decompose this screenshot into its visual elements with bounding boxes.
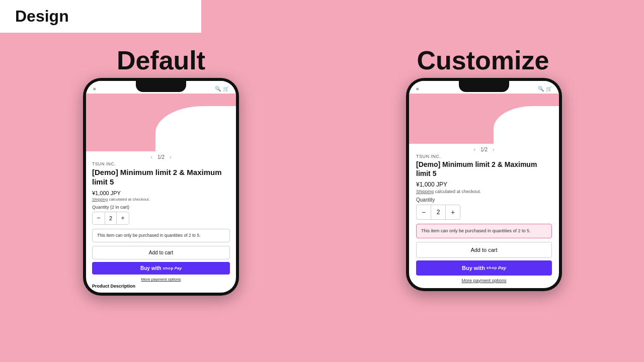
quantity-control-left: − 2 + xyxy=(92,212,129,225)
notch-right xyxy=(459,81,509,92)
pay-text-right: Pay xyxy=(498,265,506,270)
more-payment-right[interactable]: More payment options xyxy=(416,278,552,283)
add-to-cart-right[interactable]: Add to cart xyxy=(416,242,552,258)
quantity-control-right: − 2 + xyxy=(416,205,460,220)
phone-customize-screen: ≡ 🔍 🛒 ‹ 1/2 › TSUN INC. [Demo] Minimum l… xyxy=(409,81,559,288)
shop-pay-text-left: shop xyxy=(163,266,174,270)
add-to-cart-left[interactable]: Add to cart xyxy=(92,246,230,259)
product-title-left: [Demo] Minimum limit 2 & Maximum limit 5 xyxy=(92,168,230,187)
qty-decrease-left[interactable]: − xyxy=(93,212,105,224)
buy-with-shop-left[interactable]: Buy with shop Pay xyxy=(92,262,230,275)
qty-increase-left[interactable]: + xyxy=(117,212,129,224)
pagination-left: ‹ 1/2 › xyxy=(86,151,236,161)
shipping-right: Shipping calculated at checkout. xyxy=(416,189,552,194)
qty-value-right: 2 xyxy=(431,205,446,219)
quantity-label-left: Quantity (2 in cart) xyxy=(92,205,230,210)
shop-pay-badge-right: shop Pay xyxy=(487,265,506,270)
top-icons-left: ≡ xyxy=(93,85,96,92)
cart-icon-right: 🛒 xyxy=(546,86,552,92)
pag-prev-right[interactable]: ‹ xyxy=(473,146,475,152)
qty-increase-right[interactable]: + xyxy=(446,205,460,219)
product-image-shape-left xyxy=(155,106,236,151)
top-icons-left-right: ≡ xyxy=(416,85,419,92)
product-image-shape-right xyxy=(494,106,559,144)
shipping-link-right[interactable]: Shipping xyxy=(416,189,434,194)
top-icons-right: 🔍 🛒 xyxy=(215,85,229,92)
product-desc-left: Product Description xyxy=(92,284,230,289)
pag-indicator-left: 1/2 xyxy=(157,154,165,160)
product-price-right: ¥1,000 JPY xyxy=(416,181,552,188)
buy-with-text-left: Buy with xyxy=(140,265,162,271)
product-image-right xyxy=(409,94,559,144)
header: Design xyxy=(0,0,201,33)
pag-prev-left[interactable]: ‹ xyxy=(150,154,152,160)
top-icons-right-right: 🔍 🛒 xyxy=(538,85,552,92)
buy-with-shop-right[interactable]: Buy with shop Pay xyxy=(416,260,552,276)
qty-decrease-right[interactable]: − xyxy=(417,205,431,219)
shipping-left: Shipping calculated at checkout. xyxy=(92,197,230,202)
product-content-right: TSUN INC. [Demo] Minimum limit 2 & Maxim… xyxy=(409,154,559,288)
phone-top-bar-right: ≡ 🔍 🛒 xyxy=(409,81,559,94)
shop-pay-text-right: shop xyxy=(487,265,497,270)
shop-pay-badge-left: shop Pay xyxy=(163,266,182,270)
product-title-right: [Demo] Minimum limit 2 & Maximum limit 5 xyxy=(416,160,552,178)
cart-icon-left: 🛒 xyxy=(223,86,229,92)
pay-text-left: Pay xyxy=(175,266,182,270)
phone-default: ≡ 🔍 🛒 ‹ 1/2 › TSUN INC. [Demo] Minimum l… xyxy=(83,78,239,296)
more-payment-left[interactable]: More payment options xyxy=(92,277,230,282)
pag-next-left[interactable]: › xyxy=(170,154,172,160)
product-content-left: TSUN INC. [Demo] Minimum limit 2 & Maxim… xyxy=(86,161,236,293)
brand-right: TSUN INC. xyxy=(416,154,552,159)
phone-top-bar-left: ≡ 🔍 🛒 xyxy=(86,81,236,94)
phone-default-screen: ≡ 🔍 🛒 ‹ 1/2 › TSUN INC. [Demo] Minimum l… xyxy=(86,81,236,293)
pag-next-right[interactable]: › xyxy=(493,146,495,152)
warning-box-left: This item can only be purchased in quant… xyxy=(92,229,230,243)
phone-customize: ≡ 🔍 🛒 ‹ 1/2 › TSUN INC. [Demo] Minimum l… xyxy=(406,78,562,291)
qty-value-left: 2 xyxy=(105,212,117,224)
search-icon-right: 🔍 xyxy=(538,86,544,92)
customize-section-label: Customize xyxy=(322,45,644,75)
pagination-right: ‹ 1/2 › xyxy=(409,144,559,154)
search-icon-left: 🔍 xyxy=(215,86,221,92)
quantity-label-right: Quantity xyxy=(416,197,552,203)
notch-left xyxy=(136,81,186,92)
buy-with-text-right: Buy with xyxy=(462,265,485,271)
shipping-link-left[interactable]: Shipping xyxy=(92,197,108,202)
brand-left: TSUN INC. xyxy=(92,161,230,166)
pag-indicator-right: 1/2 xyxy=(480,147,488,152)
product-price-left: ¥1,000 JPY xyxy=(92,190,230,196)
header-title: Design xyxy=(15,7,69,26)
product-image-left xyxy=(86,94,236,151)
warning-box-right: This item can only be purchased in quant… xyxy=(416,224,552,238)
default-section-label: Default xyxy=(0,45,322,75)
